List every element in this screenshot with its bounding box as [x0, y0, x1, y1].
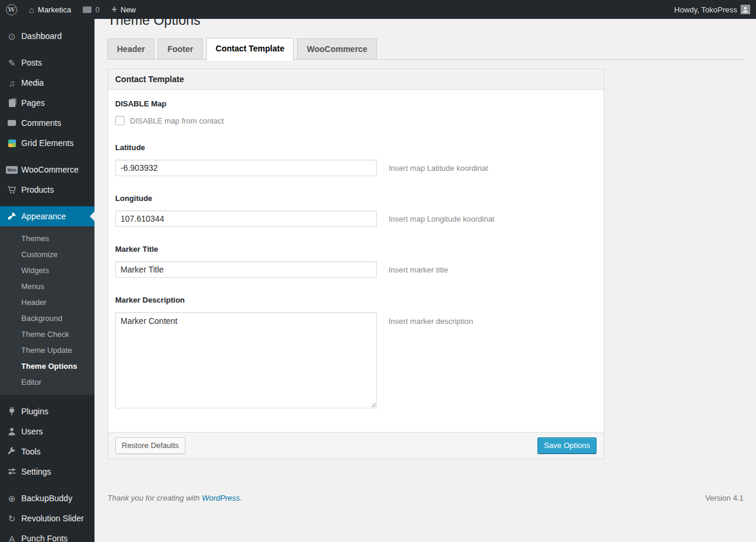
comment-bubble-icon [83, 7, 92, 13]
restore-defaults-button[interactable]: Restore Defaults [115, 437, 185, 454]
site-name-link[interactable]: ⌂ Marketica [23, 0, 77, 19]
sidebar-item-label: Appearance [21, 212, 66, 221]
sidebar-item-label: Users [21, 427, 43, 436]
submenu-item-editor[interactable]: Editor [0, 374, 94, 390]
sidebar-item-label: Punch Fonts [21, 534, 68, 542]
marker-title-input[interactable] [115, 261, 377, 278]
checkbox-label: DISABLE map from contact [130, 116, 224, 125]
comments-count: 0 [95, 5, 99, 14]
field-description: Insert map Longitude koordinat [389, 215, 494, 223]
sidebar-item-tools[interactable]: Tools [0, 442, 94, 462]
sidebar-item-label: Comments [21, 118, 61, 128]
field-description: Insert map Latitude koordinat [389, 164, 488, 173]
submenu-item-themes[interactable]: Themes [0, 231, 94, 246]
sidebar-item-products[interactable]: Products [0, 180, 94, 200]
sidebar-item-posts[interactable]: ✎ Posts [0, 53, 94, 73]
tab-contact-template[interactable]: Contact Template [206, 38, 294, 61]
admin-sidebar-menu: ⊙ Dashboard ✎ Posts ♫ Media Pages Commen… [0, 19, 94, 542]
control-row: Insert map Longitude koordinat [115, 210, 597, 227]
sidebar-item-media[interactable]: ♫ Media [0, 73, 94, 93]
wrench-icon [6, 447, 18, 456]
menu-separator [0, 395, 94, 401]
field-description: Insert marker description [389, 317, 473, 326]
tab-header[interactable]: Header [107, 38, 154, 59]
submenu-item-theme-options[interactable]: Theme Options [0, 358, 94, 374]
latitude-field: Latitude Insert map Latitude koordinat [115, 143, 597, 176]
panel-footer: Restore Defaults Save Options [108, 432, 604, 459]
sidebar-item-backupbuddy[interactable]: ⊕ BackupBuddy [0, 488, 94, 508]
sidebar-item-label: Posts [21, 58, 42, 67]
sidebar-item-woocommerce[interactable]: Woo WooCommerce [0, 160, 94, 180]
posts-icon: ✎ [6, 59, 18, 67]
home-icon: ⌂ [29, 5, 34, 14]
save-options-button[interactable]: Save Options [537, 437, 597, 454]
field-label: Latitude [115, 143, 597, 152]
submenu-item-theme-update[interactable]: Theme Update [0, 342, 94, 358]
sidebar-item-plugins[interactable]: Plugins [0, 401, 94, 421]
field-label: Longitude [115, 194, 597, 203]
wp-logo-menu[interactable]: W [0, 0, 23, 19]
menu-separator [0, 46, 94, 53]
disable-map-checkbox[interactable] [115, 116, 125, 125]
tab-footer[interactable]: Footer [158, 38, 203, 59]
panel-header: Contact Template [108, 69, 604, 90]
latitude-input[interactable] [115, 160, 377, 176]
sidebar-item-label: WooCommerce [21, 165, 79, 174]
sidebar-item-label: Grid Elements [21, 138, 74, 148]
disable-map-field: DISABLE Map DISABLE map from contact [115, 99, 597, 125]
my-account-menu[interactable]: Howdy, TokoPress [669, 0, 756, 19]
appearance-submenu: Themes Customize Widgets Menus Header Ba… [0, 226, 94, 395]
sidebar-item-label: Tools [21, 447, 41, 456]
comments-admin-link[interactable]: 0 [77, 0, 105, 19]
sidebar-item-revolution-slider[interactable]: ↻ Revolution Slider [0, 508, 94, 528]
sidebar-item-appearance[interactable]: Appearance [0, 206, 94, 226]
new-content-menu[interactable]: + New [106, 0, 142, 19]
sidebar-item-label: Products [21, 185, 54, 194]
active-menu-arrow [85, 212, 94, 221]
plug-icon [6, 407, 18, 416]
letter-a-icon: A [6, 534, 18, 542]
marker-description-field: Marker Description Marker Content Insert… [115, 296, 597, 408]
grid-elements-icon [6, 139, 18, 147]
sidebar-item-comments[interactable]: Comments [0, 113, 94, 133]
wordpress-link[interactable]: WordPress [202, 494, 240, 502]
submenu-item-widgets[interactable]: Widgets [0, 262, 94, 278]
longitude-input[interactable] [115, 210, 377, 227]
marker-description-textarea[interactable]: Marker Content [115, 312, 377, 408]
sliders-icon [6, 467, 18, 476]
submenu-item-customize[interactable]: Customize [0, 246, 94, 262]
page-footer: Thank you for creating with WordPress. V… [107, 494, 744, 502]
admin-bar-spacer [142, 0, 669, 19]
sidebar-item-label: Pages [21, 98, 45, 108]
user-icon [6, 427, 18, 436]
submenu-item-header[interactable]: Header [0, 294, 94, 310]
refresh-icon: ↻ [6, 514, 18, 523]
submenu-item-background[interactable]: Background [0, 310, 94, 326]
marker-title-field: Marker Title Insert marker title [115, 245, 597, 278]
sidebar-item-label: Plugins [21, 407, 48, 416]
howdy-text: Howdy, TokoPress [674, 5, 737, 14]
sidebar-item-punch-fonts[interactable]: A Punch Fonts [0, 528, 94, 542]
sidebar-item-grid-elements[interactable]: Grid Elements [0, 133, 94, 153]
sidebar-item-dashboard[interactable]: ⊙ Dashboard [0, 26, 94, 46]
sidebar-item-label: Media [21, 78, 44, 87]
sidebar-item-label: BackupBuddy [21, 494, 72, 503]
cart-icon [6, 185, 18, 194]
submenu-item-menus[interactable]: Menus [0, 278, 94, 294]
control-row: Insert marker title [115, 261, 597, 278]
submenu-item-theme-check[interactable]: Theme Check [0, 326, 94, 342]
sidebar-item-settings[interactable]: Settings [0, 462, 94, 482]
admin-bar: W ⌂ Marketica 0 + New Howdy, TokoPress [0, 0, 756, 19]
menu-separator [0, 200, 94, 206]
brush-icon [6, 212, 18, 221]
dashboard-icon: ⊙ [6, 32, 18, 41]
sidebar-item-label: Revolution Slider [21, 514, 84, 523]
avatar [741, 5, 750, 14]
field-label: Marker Description [115, 296, 597, 304]
field-label: Marker Title [115, 245, 597, 254]
sidebar-item-pages[interactable]: Pages [0, 93, 94, 113]
tab-woocommerce[interactable]: WooCommerce [297, 38, 376, 59]
thanks-prefix: Thank you for creating with [107, 494, 202, 502]
sidebar-item-users[interactable]: Users [0, 421, 94, 442]
wordpress-logo-icon: W [6, 4, 17, 15]
